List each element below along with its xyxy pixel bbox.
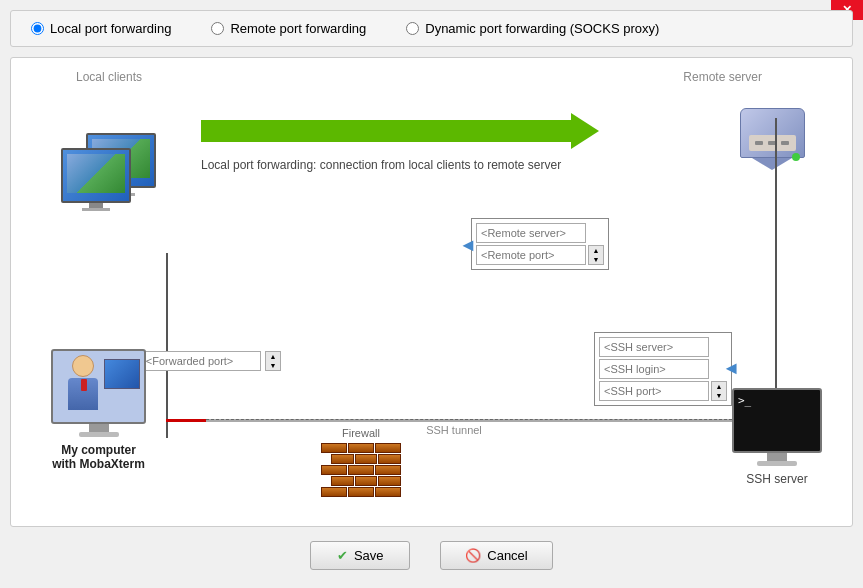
fwd-port-spinner[interactable]: ▲ ▼ — [265, 351, 281, 371]
brick-row-3 — [321, 465, 401, 475]
v-line-left — [166, 253, 168, 438]
firewall-wall — [321, 443, 401, 498]
remote-server-inputs: ▲ ▼ — [471, 218, 609, 270]
server-slot-3 — [781, 141, 789, 145]
ssh-login-input-row — [599, 359, 727, 379]
remote-port-spinner[interactable]: ▲ ▼ — [588, 245, 604, 265]
remote-port-spin-up[interactable]: ▲ — [589, 246, 603, 255]
brick — [375, 465, 401, 475]
ssh-tunnel-label: SSH tunnel — [426, 424, 482, 436]
local-monitor-front — [61, 148, 131, 211]
radio-dynamic-label: Dynamic port forwarding (SOCKS proxy) — [425, 21, 659, 36]
remote-server-icon-container — [732, 108, 812, 178]
brick — [375, 443, 401, 453]
ssh-port-field[interactable] — [599, 381, 709, 401]
ssh-login-field[interactable] — [599, 359, 709, 379]
radio-remote-input[interactable] — [211, 22, 224, 35]
my-computer-label: My computer with MobaXterm — [52, 443, 145, 471]
ssh-tunnel-line: SSH tunnel — [166, 419, 742, 421]
label-remote-server: Remote server — [683, 70, 762, 84]
avatar-person — [63, 355, 103, 415]
radio-local-input[interactable] — [31, 22, 44, 35]
radio-bar: Local port forwarding Remote port forwar… — [10, 10, 853, 47]
green-arrow-body — [201, 120, 571, 142]
brick — [348, 487, 374, 497]
radio-dynamic[interactable]: Dynamic port forwarding (SOCKS proxy) — [406, 21, 659, 36]
forwarded-port-field[interactable] — [141, 351, 261, 371]
description-text: Local port forwarding: connection from l… — [201, 158, 561, 172]
brick — [378, 476, 401, 486]
firewall-label: Firewall — [342, 427, 380, 439]
server-icon — [732, 108, 812, 178]
green-arrow-head — [571, 113, 599, 149]
brick — [378, 454, 401, 464]
brick — [348, 465, 374, 475]
radio-local-label: Local port forwarding — [50, 21, 171, 36]
brick-row-4 — [321, 476, 401, 486]
remote-port-field[interactable] — [476, 245, 586, 265]
tunnel-gray-part — [206, 419, 742, 422]
green-arrow — [201, 113, 601, 149]
server-body — [740, 108, 805, 158]
small-monitor-body-2 — [61, 148, 131, 203]
server-base-triangle — [752, 158, 792, 170]
brick — [331, 476, 354, 486]
radio-dynamic-input[interactable] — [406, 22, 419, 35]
remote-server-field[interactable] — [476, 223, 586, 243]
ssh-server-label: SSH server — [746, 472, 807, 486]
brick — [321, 465, 347, 475]
radio-remote[interactable]: Remote port forwarding — [211, 21, 366, 36]
cancel-button[interactable]: 🚫 Cancel — [440, 541, 552, 570]
ssh-port-spin-up[interactable]: ▲ — [712, 382, 726, 391]
server-slot-1 — [755, 141, 763, 145]
ssh-terminal-content: >_ — [734, 390, 820, 411]
fwd-port-spin-up[interactable]: ▲ — [266, 352, 280, 361]
brick-row-1 — [321, 443, 401, 453]
fwd-port-spin-down[interactable]: ▼ — [266, 361, 280, 370]
cancel-label: Cancel — [487, 548, 527, 563]
server-indicator — [792, 153, 800, 161]
ssh-monitor-base — [757, 461, 797, 466]
remote-port-spin-down[interactable]: ▼ — [589, 255, 603, 264]
blue-arrow-remote: ◄ — [459, 235, 477, 256]
mypc-stand — [89, 424, 109, 432]
blue-arrow-ssh: ◄ — [722, 358, 740, 379]
brick — [355, 454, 378, 464]
avatar-body — [68, 378, 98, 410]
diagram-area: Local clients Remote server Local port f… — [10, 57, 853, 527]
radio-local[interactable]: Local port forwarding — [31, 21, 171, 36]
ssh-server-area: >_ SSH server — [732, 388, 822, 486]
remote-port-input-row: ▲ ▼ — [476, 245, 604, 265]
label-local-clients: Local clients — [76, 70, 142, 84]
terminal-prompt: >_ — [738, 394, 751, 407]
brick-row-2 — [321, 454, 401, 464]
tunnel-line — [166, 419, 742, 422]
my-computer-area: My computer with MobaXterm — [51, 349, 146, 471]
small-monitor-base-2 — [82, 208, 110, 211]
ssh-monitor-stand — [767, 453, 787, 461]
brick — [355, 476, 378, 486]
ssh-server-inputs: ▲ ▼ — [594, 332, 732, 406]
brick — [348, 443, 374, 453]
cancel-icon: 🚫 — [465, 548, 481, 563]
brick-row-5 — [321, 487, 401, 497]
ssh-server-field[interactable] — [599, 337, 709, 357]
save-button[interactable]: ✔ Save — [310, 541, 410, 570]
save-icon: ✔ — [337, 548, 348, 563]
brick — [375, 487, 401, 497]
brick — [321, 443, 347, 453]
small-monitor-screen-2 — [67, 154, 125, 193]
ssh-port-spin-down[interactable]: ▼ — [712, 391, 726, 400]
local-clients-monitors — [61, 148, 131, 211]
firewall-area: Firewall — [321, 427, 401, 498]
bottom-bar: ✔ Save 🚫 Cancel — [10, 527, 853, 578]
brick — [331, 454, 354, 464]
radio-remote-label: Remote port forwarding — [230, 21, 366, 36]
save-label: Save — [354, 548, 384, 563]
ssh-port-input-row: ▲ ▼ — [599, 381, 727, 401]
mypc-base — [79, 432, 119, 437]
ssh-port-spinner[interactable]: ▲ ▼ — [711, 381, 727, 401]
server-disk — [749, 135, 796, 151]
remote-server-input-row — [476, 223, 604, 243]
ssh-monitor: >_ — [732, 388, 822, 453]
